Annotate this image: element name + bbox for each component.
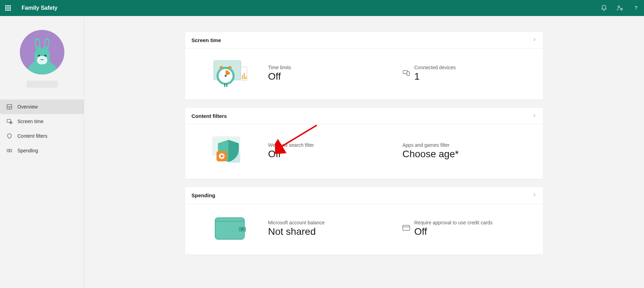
svg-rect-18 bbox=[242, 75, 243, 79]
metric-label: Require approval to use credit cards bbox=[414, 220, 493, 225]
sidebar-item-content-filters[interactable]: Content filters bbox=[0, 129, 84, 143]
money-icon bbox=[6, 147, 13, 154]
metric-value: 1 bbox=[414, 71, 456, 82]
metric-value: Off bbox=[268, 71, 402, 82]
svg-rect-8 bbox=[7, 149, 12, 152]
metric-label: Connected devices bbox=[414, 65, 456, 70]
metric-value: Choose age* bbox=[402, 149, 537, 160]
sidebar-item-label: Spending bbox=[17, 148, 38, 153]
screen-time-card-header[interactable]: Screen time bbox=[185, 32, 543, 49]
spending-card-header[interactable]: Spending bbox=[185, 187, 543, 204]
chevron-right-icon bbox=[532, 113, 537, 119]
waffle-icon bbox=[5, 5, 11, 11]
content-filters-card: Content filters Web and search filter Of… bbox=[185, 108, 543, 179]
screen-time-card: Screen time Tim bbox=[185, 32, 543, 99]
svg-point-0 bbox=[618, 6, 620, 8]
svg-rect-19 bbox=[244, 73, 245, 79]
profile-name-placeholder bbox=[26, 81, 58, 88]
help-icon bbox=[633, 5, 639, 11]
overview-icon bbox=[6, 104, 13, 110]
metric-value: Not shared bbox=[268, 226, 402, 237]
help-button[interactable] bbox=[628, 0, 644, 16]
content-filters-card-header[interactable]: Content filters bbox=[185, 108, 543, 125]
sidebar-item-spending[interactable]: Spending bbox=[0, 143, 84, 158]
sidebar-nav: Overview Screen time Content filters Spe… bbox=[0, 99, 84, 158]
app-title: Family Safety bbox=[22, 5, 57, 11]
app-launcher-button[interactable] bbox=[0, 0, 16, 16]
shield-icon bbox=[6, 133, 13, 139]
svg-point-14 bbox=[225, 75, 227, 77]
metric-value: Off bbox=[268, 149, 402, 160]
credit-approval-metric: Require approval to use credit cards Off bbox=[402, 220, 537, 237]
metric-value: Off bbox=[414, 226, 493, 237]
apps-games-filter-metric: Apps and games filter Choose age* bbox=[402, 142, 537, 160]
sidebar: Overview Screen time Content filters Spe… bbox=[0, 16, 84, 288]
svg-rect-22 bbox=[407, 72, 409, 75]
credit-card-icon bbox=[402, 225, 410, 232]
account-balance-metric: Microsoft account balance Not shared bbox=[268, 220, 402, 237]
connected-devices-metric: Connected devices 1 bbox=[402, 65, 537, 82]
spending-illustration bbox=[191, 213, 268, 244]
metric-label: Microsoft account balance bbox=[268, 220, 402, 225]
svg-rect-16 bbox=[226, 83, 227, 87]
time-limits-metric: Time limits Off bbox=[268, 65, 402, 82]
chevron-right-icon bbox=[532, 37, 537, 43]
svg-point-31 bbox=[241, 228, 243, 230]
metric-label: Time limits bbox=[268, 65, 402, 70]
svg-point-2 bbox=[636, 10, 636, 10]
bell-icon bbox=[600, 5, 607, 11]
spending-card: Spending Microsoft account balance Not s… bbox=[185, 187, 543, 255]
main-content: Screen time Tim bbox=[84, 16, 644, 288]
people-settings-icon bbox=[616, 5, 623, 11]
family-settings-button[interactable] bbox=[612, 0, 628, 16]
sidebar-item-label: Overview bbox=[17, 104, 38, 110]
card-title: Content filters bbox=[191, 113, 227, 119]
metric-label: Web and search filter bbox=[268, 142, 402, 148]
svg-rect-15 bbox=[224, 83, 225, 87]
avatar[interactable] bbox=[20, 30, 64, 74]
chevron-right-icon bbox=[532, 192, 537, 199]
sidebar-item-label: Screen time bbox=[17, 119, 44, 124]
screen-time-icon bbox=[6, 118, 13, 125]
svg-rect-20 bbox=[245, 77, 246, 79]
card-title: Spending bbox=[191, 192, 215, 198]
content-filters-illustration bbox=[191, 134, 268, 168]
top-bar: Family Safety bbox=[0, 0, 644, 16]
metric-label: Apps and games filter bbox=[402, 142, 537, 148]
screen-time-illustration bbox=[191, 58, 268, 89]
sidebar-item-label: Content filters bbox=[17, 133, 47, 139]
web-search-filter-metric: Web and search filter Off bbox=[268, 142, 402, 160]
devices-icon bbox=[402, 69, 410, 78]
svg-point-9 bbox=[9, 150, 10, 151]
sidebar-item-screen-time[interactable]: Screen time bbox=[0, 114, 84, 129]
card-title: Screen time bbox=[191, 37, 221, 43]
profile-section bbox=[0, 16, 84, 91]
notifications-button[interactable] bbox=[596, 0, 612, 16]
svg-rect-33 bbox=[403, 225, 410, 231]
sidebar-item-overview[interactable]: Overview bbox=[0, 99, 84, 114]
